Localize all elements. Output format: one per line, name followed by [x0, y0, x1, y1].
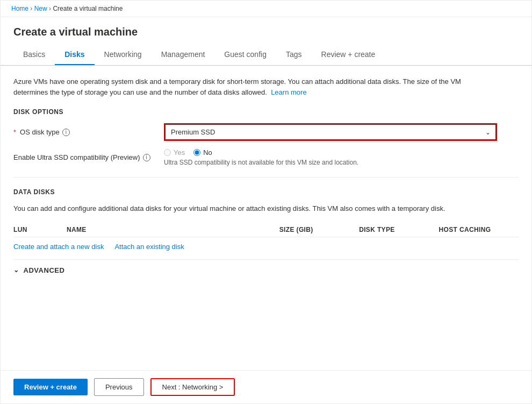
col-header-cache: HOST CACHING [439, 223, 519, 237]
disk-actions: Create and attach a new disk Attach an e… [13, 243, 519, 251]
tab-tags[interactable]: Tags [276, 45, 312, 65]
col-header-lun: LUN [13, 223, 67, 237]
disk-options-section-title: DISK OPTIONS [13, 108, 519, 116]
data-disks-section-title: DATA DISKS [13, 188, 519, 196]
breadcrumb-home[interactable]: Home [11, 5, 28, 12]
col-header-name: NAME [67, 223, 279, 237]
disk-table: LUN NAME SIZE (GIB) DISK TYPE HOST CACHI… [13, 223, 519, 237]
description-text: Azure VMs have one operating system disk… [13, 76, 497, 97]
os-disk-type-select[interactable]: Premium SSD Standard SSD Standard HDD [165, 124, 496, 140]
os-disk-type-label: * OS disk type i [13, 128, 164, 136]
data-disks-desc: You can add and configure additional dat… [13, 203, 519, 214]
os-disk-info-icon[interactable]: i [62, 129, 70, 136]
tab-basics[interactable]: Basics [13, 45, 55, 65]
tabs-bar: Basics Disks Networking Management Guest… [1, 45, 531, 66]
page-header: Create a virtual machine [1, 17, 531, 45]
advanced-toggle[interactable]: ⌄ ADVANCED [13, 266, 519, 274]
section-divider [13, 177, 519, 178]
tab-networking[interactable]: Networking [95, 45, 152, 65]
os-disk-type-row: * OS disk type i Premium SSD Standard SS… [13, 123, 519, 141]
ultra-ssd-info-icon[interactable]: i [143, 154, 150, 161]
content-area: Azure VMs have one operating system disk… [1, 66, 531, 370]
ultra-ssd-yes-radio[interactable] [164, 149, 171, 156]
data-disks-section: DATA DISKS You can add and configure add… [13, 188, 519, 251]
tab-disks[interactable]: Disks [55, 45, 94, 65]
ultra-ssd-label: Enable Ultra SSD compatibility (Preview)… [13, 153, 164, 161]
page-title: Create a virtual machine [13, 26, 519, 38]
breadcrumb: Home › New › Create a virtual machine [1, 1, 531, 17]
advanced-chevron-icon: ⌄ [13, 266, 19, 274]
footer-bar: Review + create Previous Next : Networki… [1, 370, 531, 403]
review-create-button[interactable]: Review + create [13, 379, 88, 395]
tab-guest-config[interactable]: Guest config [214, 45, 276, 65]
ultra-ssd-row: Enable Ultra SSD compatibility (Preview)… [13, 148, 519, 166]
required-star: * [13, 128, 16, 136]
ultra-ssd-no-label[interactable]: No [193, 148, 212, 157]
col-header-size: SIZE (GIB) [279, 223, 359, 237]
ultra-ssd-yes-label[interactable]: Yes [164, 148, 185, 157]
ultra-ssd-control: Yes No Ultra SSD compatibility is not av… [164, 148, 497, 166]
learn-more-link[interactable]: Learn more [271, 88, 306, 96]
breadcrumb-new[interactable]: New [34, 5, 47, 12]
tab-review-create[interactable]: Review + create [312, 45, 385, 65]
previous-button[interactable]: Previous [94, 378, 144, 396]
attach-existing-disk-link[interactable]: Attach an existing disk [114, 243, 184, 251]
ultra-ssd-radio-group: Yes No [164, 148, 497, 157]
tab-management[interactable]: Management [152, 45, 215, 65]
ultra-ssd-no-radio[interactable] [193, 149, 200, 156]
col-header-dtype: DISK TYPE [359, 223, 438, 237]
create-attach-disk-link[interactable]: Create and attach a new disk [13, 243, 104, 251]
os-disk-type-select-wrapper: Premium SSD Standard SSD Standard HDD ⌄ [164, 123, 497, 141]
next-networking-button[interactable]: Next : Networking > [150, 378, 235, 396]
breadcrumb-sep1: › [30, 5, 34, 12]
os-disk-type-control: Premium SSD Standard SSD Standard HDD ⌄ [164, 123, 497, 141]
breadcrumb-current: Create a virtual machine [53, 5, 123, 12]
advanced-section: ⌄ ADVANCED [13, 259, 519, 274]
ultra-ssd-note: Ultra SSD compatibility is not available… [164, 159, 497, 166]
